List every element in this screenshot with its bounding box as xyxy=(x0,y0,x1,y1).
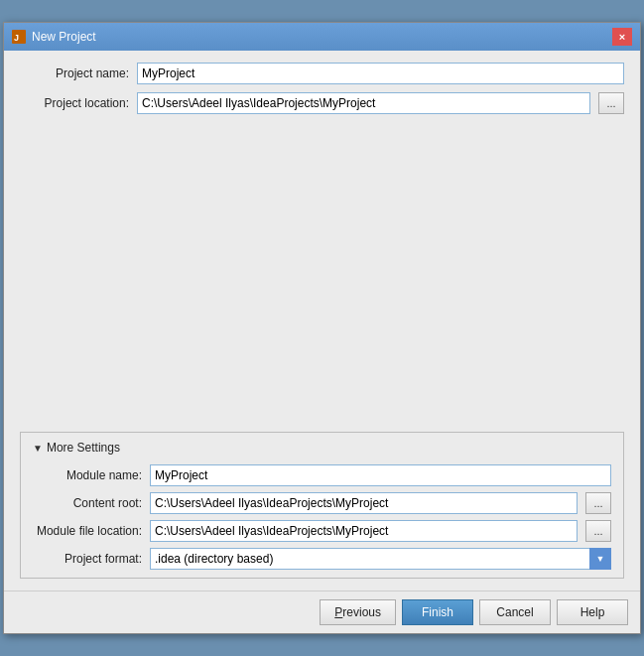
help-button[interactable]: Help xyxy=(557,599,628,625)
project-name-row: Project name: xyxy=(20,63,624,84)
module-file-location-browse-button[interactable]: ... xyxy=(585,520,611,542)
project-format-row: Project format: .idea (directory based) xyxy=(33,548,611,570)
svg-text:J: J xyxy=(14,33,19,43)
cancel-button[interactable]: Cancel xyxy=(479,599,551,625)
dialog-content: Project name: Project location: ... ▼ Mo… xyxy=(4,51,640,590)
main-area xyxy=(20,122,624,420)
more-settings-section: ▼ More Settings Module name: Content roo… xyxy=(20,432,624,579)
content-root-input[interactable] xyxy=(150,492,578,514)
title-bar: J New Project × xyxy=(4,23,640,51)
project-location-row: Project location: ... xyxy=(20,92,624,114)
app-icon: J xyxy=(12,30,26,44)
module-name-label: Module name: xyxy=(33,468,142,482)
more-settings-rows: Module name: Content root: ... Module fi… xyxy=(33,464,611,570)
project-format-select[interactable]: .idea (directory based) xyxy=(150,548,611,570)
button-bar: Previous Finish Cancel Help xyxy=(4,590,640,633)
more-settings-header[interactable]: ▼ More Settings xyxy=(33,441,611,455)
content-root-label: Content root: xyxy=(33,496,142,510)
collapse-icon: ▼ xyxy=(33,443,43,454)
dialog-title: New Project xyxy=(32,30,96,44)
project-location-input[interactable] xyxy=(137,92,590,114)
module-name-row: Module name: xyxy=(33,464,611,486)
title-bar-left: J New Project xyxy=(12,30,96,44)
project-location-label: Project location: xyxy=(20,96,129,110)
content-root-row: Content root: ... xyxy=(33,492,611,514)
module-file-location-label: Module file location: xyxy=(33,524,142,538)
previous-button-label: Previous xyxy=(334,605,381,619)
project-format-select-wrapper: .idea (directory based) xyxy=(150,548,611,570)
new-project-dialog: J New Project × Project name: Project lo… xyxy=(3,22,641,634)
module-name-input[interactable] xyxy=(150,464,611,486)
project-name-label: Project name: xyxy=(20,66,129,80)
close-button[interactable]: × xyxy=(612,28,632,46)
previous-button[interactable]: Previous xyxy=(320,599,396,625)
content-root-browse-button[interactable]: ... xyxy=(585,492,611,514)
project-format-label: Project format: xyxy=(33,552,142,566)
project-location-browse-button[interactable]: ... xyxy=(598,92,624,114)
finish-button[interactable]: Finish xyxy=(402,599,473,625)
project-name-input[interactable] xyxy=(137,63,624,84)
module-file-location-row: Module file location: ... xyxy=(33,520,611,542)
more-settings-title: More Settings xyxy=(47,441,120,455)
module-file-location-input[interactable] xyxy=(150,520,578,542)
